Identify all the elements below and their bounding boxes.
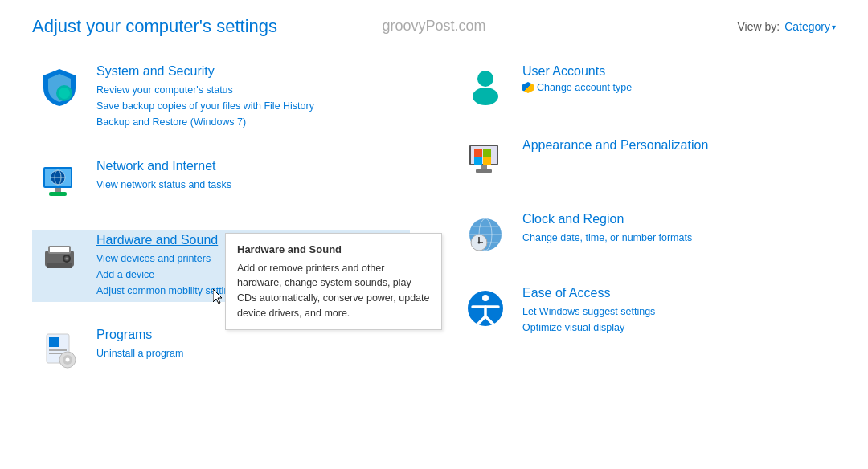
clock-region-title[interactable]: Clock and Region — [522, 212, 831, 226]
user-accounts-title[interactable]: User Accounts — [522, 64, 831, 79]
appearance-icon — [463, 138, 508, 183]
svg-rect-30 — [474, 157, 482, 165]
right-column: User Accounts Change account type — [458, 61, 836, 398]
system-security-icon — [37, 64, 82, 109]
categories-grid: System and Security Review your computer… — [32, 61, 836, 398]
view-by-value-text: Category — [784, 20, 830, 33]
svg-rect-29 — [483, 149, 491, 157]
view-by-container: View by: Category ▾ — [738, 20, 836, 33]
svg-rect-8 — [49, 192, 67, 196]
hardware-sound-icon — [37, 233, 82, 278]
network-internet-title[interactable]: Network and Internet — [96, 159, 405, 173]
svg-rect-12 — [47, 263, 72, 268]
network-internet-text: Network and Internet View network status… — [96, 159, 405, 193]
system-security-title[interactable]: System and Security — [96, 64, 405, 79]
view-by-dropdown[interactable]: Category ▾ — [784, 20, 836, 33]
uac-shield-icon — [522, 82, 534, 93]
svg-point-15 — [66, 258, 68, 260]
header: Adjust your computer's settings groovyPo… — [32, 16, 836, 37]
category-system-security[interactable]: System and Security Review your computer… — [32, 61, 410, 133]
ease-access-link-2[interactable]: Optimize visual display — [522, 320, 831, 336]
chevron-down-icon: ▾ — [832, 22, 836, 31]
system-security-link-3[interactable]: Backup and Restore (Windows 7) — [96, 114, 405, 130]
clock-region-icon — [463, 212, 508, 257]
svg-rect-28 — [474, 149, 482, 157]
ease-access-link-1[interactable]: Let Windows suggest settings — [522, 304, 831, 320]
user-accounts-icon — [463, 64, 508, 109]
watermark: groovyPost.com — [382, 18, 485, 35]
clock-region-link-1[interactable]: Change date, time, or number formats — [522, 230, 831, 246]
category-programs[interactable]: Programs Uninstall a program — [32, 324, 410, 376]
ease-access-text: Ease of Access Let Windows suggest setti… — [522, 286, 831, 336]
programs-text: Programs Uninstall a program — [96, 328, 405, 361]
svg-point-44 — [482, 295, 489, 301]
control-panel-window: Adjust your computer's settings groovyPo… — [0, 0, 868, 469]
category-appearance[interactable]: Appearance and Personalization — [458, 135, 836, 186]
view-by-label: View by: — [738, 20, 780, 33]
programs-link-1[interactable]: Uninstall a program — [96, 345, 405, 361]
svg-point-25 — [473, 88, 498, 105]
category-user-accounts[interactable]: User Accounts Change account type — [458, 61, 836, 112]
programs-icon — [37, 328, 82, 373]
clock-region-text: Clock and Region Change date, time, or n… — [522, 212, 831, 246]
tooltip-title: Hardware and Sound — [237, 242, 430, 258]
svg-rect-19 — [49, 349, 67, 351]
appearance-title[interactable]: Appearance and Personalization — [522, 138, 831, 153]
category-ease-access[interactable]: Ease of Access Let Windows suggest setti… — [458, 283, 836, 339]
page-title: Adjust your computer's settings — [32, 16, 277, 37]
svg-point-1 — [59, 88, 70, 99]
svg-point-42 — [478, 242, 481, 244]
svg-rect-20 — [49, 353, 63, 354]
left-column: System and Security Review your computer… — [32, 61, 410, 398]
svg-rect-7 — [55, 188, 61, 192]
user-accounts-text: User Accounts Change account type — [522, 64, 831, 93]
network-internet-icon — [37, 159, 82, 204]
svg-rect-18 — [49, 337, 59, 347]
system-security-link-2[interactable]: Save backup copies of your files with Fi… — [96, 98, 405, 114]
network-internet-link-1[interactable]: View network status and tasks — [96, 177, 405, 193]
system-security-link-1[interactable]: Review your computer's status — [96, 82, 405, 98]
ease-access-icon — [463, 286, 508, 331]
svg-rect-31 — [483, 157, 491, 165]
ease-access-title[interactable]: Ease of Access — [522, 286, 831, 300]
category-network-internet[interactable]: Network and Internet View network status… — [32, 156, 410, 207]
category-clock-region[interactable]: Clock and Region Change date, time, or n… — [458, 209, 836, 260]
svg-point-23 — [66, 358, 70, 362]
svg-rect-33 — [476, 169, 492, 173]
change-account-text[interactable]: Change account type — [537, 82, 632, 93]
programs-title[interactable]: Programs — [96, 328, 405, 342]
svg-rect-11 — [50, 247, 69, 252]
system-security-text: System and Security Review your computer… — [96, 64, 405, 130]
tooltip-description: Add or remove printers and other hardwar… — [237, 261, 430, 321]
change-account-link[interactable]: Change account type — [522, 82, 831, 93]
svg-point-24 — [477, 71, 493, 87]
appearance-text: Appearance and Personalization — [522, 138, 831, 156]
hardware-sound-tooltip: Hardware and Sound Add or remove printer… — [225, 233, 442, 330]
svg-rect-32 — [481, 165, 487, 169]
